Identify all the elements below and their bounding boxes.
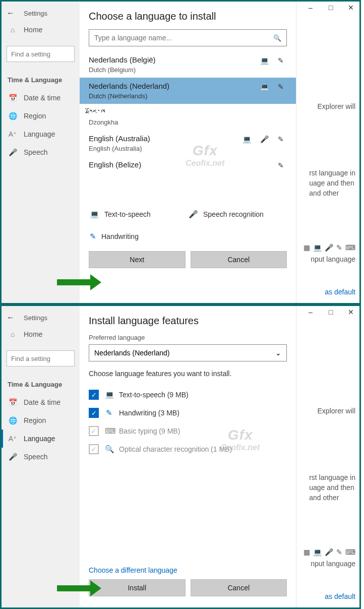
globe-icon: 🌐: [9, 112, 17, 120]
choose-features-text: Choose language features you want to ins…: [80, 370, 296, 386]
settings-title: Settings: [24, 314, 47, 322]
settings-title: Settings: [24, 10, 47, 17]
keyboard-icon: ⌨: [105, 427, 113, 436]
tts-icon: 💻: [105, 390, 113, 399]
mic-icon: 🎤: [9, 453, 17, 461]
handwriting-icon: ✎: [278, 83, 284, 91]
sidebar-label-home: Home: [24, 26, 42, 34]
preferred-language-dropdown[interactable]: Nederlands (Nederland) ⌄: [89, 344, 287, 361]
sidebar-label-region: Region: [24, 112, 46, 120]
bg-text-1: Explorer will: [318, 407, 355, 415]
feature-legend: 💻Text-to-speech 🎤Speech recognition ✎Han…: [80, 203, 296, 246]
maximize-button[interactable]: □: [326, 4, 335, 12]
sidebar-item-region[interactable]: 🌐 Region: [2, 411, 80, 430]
install-button[interactable]: Install: [89, 579, 186, 596]
handwriting-icon: ✎: [278, 135, 284, 143]
settings-sidebar: ← Settings ⌂ Home Time & Language 📅 Date…: [2, 306, 80, 607]
display-icon: 💻: [260, 56, 269, 65]
display-icon: 💻: [242, 135, 251, 143]
sidebar-label-language: Language: [24, 130, 55, 138]
cancel-button[interactable]: Cancel: [191, 251, 287, 268]
bg-text-1: Explorer will: [318, 102, 355, 110]
sidebar-category: Time & Language: [2, 374, 80, 393]
language-search[interactable]: 🔍: [89, 29, 287, 46]
feature-basic-typing: ✓ ⌨ Basic typing (9 MB): [80, 422, 296, 440]
choose-language-dialog: Choose a language to install 🔍 Nederland…: [80, 2, 296, 303]
bg-text-2: rst language in uage and then and other: [309, 472, 355, 503]
bg-text-2: rst language in uage and then and other: [309, 168, 355, 198]
language-row-selected[interactable]: Nederlands (Nederland) Dutch (Netherland…: [80, 78, 296, 104]
close-button[interactable]: ✕: [346, 308, 355, 316]
feature-tts[interactable]: ✓ 💻 Text-to-speech (9 MB): [80, 386, 296, 404]
language-row[interactable]: Nederlands (België) Dutch (Belgium) 💻✎: [80, 51, 296, 78]
search-icon: 🔍: [273, 34, 281, 42]
feature-ocr: ✓ 🔍 Optical character recognition (1 MB): [80, 440, 296, 458]
language-row[interactable]: རྫོང་ཁ Dzongkha: [80, 104, 296, 130]
minimize-button[interactable]: –: [306, 4, 315, 12]
settings-search[interactable]: [7, 350, 75, 367]
cancel-button[interactable]: Cancel: [191, 579, 287, 596]
main-area: – □ ✕ Explorer will rst language in uage…: [80, 306, 359, 607]
language-icon: A⁺: [9, 130, 17, 138]
settings-search-input[interactable]: [11, 355, 70, 362]
calendar-icon: 📅: [9, 94, 17, 102]
ocr-icon: 🔍: [105, 445, 113, 454]
tts-icon: 💻: [90, 210, 99, 219]
sidebar-item-language[interactable]: A⁺ Language: [2, 125, 80, 143]
sidebar-item-speech[interactable]: 🎤 Speech: [2, 143, 80, 161]
language-list[interactable]: Nederlands (België) Dutch (Belgium) 💻✎ N…: [80, 51, 296, 203]
sidebar-item-date[interactable]: 📅 Date & time: [2, 393, 80, 411]
arrow-annotation: [57, 580, 101, 596]
mic-icon: 🎤: [189, 210, 198, 219]
preferred-language-label: Preferred language: [80, 334, 296, 344]
minimize-button[interactable]: –: [306, 308, 315, 316]
home-icon: ⌂: [9, 26, 17, 34]
language-icon: A⁺: [9, 435, 17, 443]
mic-icon: 🎤: [260, 135, 269, 143]
bg-icons: ▦💻🎤✎⌨: [304, 243, 355, 252]
next-button[interactable]: Next: [89, 251, 186, 268]
install-features-dialog: Install language features Preferred lang…: [80, 306, 296, 607]
handwriting-icon: ✎: [278, 161, 284, 169]
sidebar-item-home[interactable]: ⌂ Home: [2, 21, 80, 39]
calendar-icon: 📅: [9, 398, 17, 406]
settings-search-input[interactable]: [11, 50, 70, 58]
sidebar-item-date[interactable]: 📅 Date & time: [2, 89, 80, 107]
sidebar-item-speech[interactable]: 🎤 Speech: [2, 448, 80, 466]
watermark: Gfx Ceofix.net: [221, 427, 260, 452]
chevron-down-icon: ⌄: [275, 349, 281, 357]
maximize-button[interactable]: □: [326, 308, 335, 316]
settings-search[interactable]: [7, 46, 75, 62]
sidebar-label-speech: Speech: [24, 148, 47, 156]
checkbox-disabled: ✓: [89, 426, 99, 436]
bg-link-default[interactable]: as default: [325, 592, 355, 600]
settings-sidebar: ← Settings ⌂ Home Time & Language 📅 Date…: [2, 2, 80, 303]
handwriting-icon: ✎: [90, 232, 96, 241]
back-arrow-icon[interactable]: ←: [7, 9, 15, 18]
dropdown-value: Nederlands (Nederland): [94, 349, 169, 357]
sidebar-label-date: Date & time: [24, 94, 60, 102]
bg-icons: ▦💻🎤✎⌨: [304, 548, 355, 556]
back-arrow-icon[interactable]: ←: [7, 313, 15, 322]
checkbox-checked[interactable]: ✓: [89, 390, 99, 400]
handwriting-icon: ✎: [105, 408, 113, 417]
dialog-title: Install language features: [80, 315, 296, 334]
bg-text-input: nput language: [311, 255, 355, 263]
close-button[interactable]: ✕: [346, 4, 355, 12]
feature-handwriting[interactable]: ✓ ✎ Handwriting (3 MB): [80, 404, 296, 422]
main-area: – □ ✕ Explorer will rst language in uage…: [80, 2, 359, 303]
globe-icon: 🌐: [9, 416, 17, 424]
sidebar-item-region[interactable]: 🌐 Region: [2, 107, 80, 125]
checkbox-checked[interactable]: ✓: [89, 408, 99, 418]
mic-icon: 🎤: [9, 148, 17, 156]
sidebar-category: Time & Language: [2, 69, 80, 89]
home-icon: ⌂: [9, 330, 17, 338]
arrow-annotation: [57, 274, 101, 290]
sidebar-item-home[interactable]: ⌂ Home: [2, 325, 80, 343]
language-search-input[interactable]: [94, 34, 273, 42]
choose-different-language-link[interactable]: Choose a different language: [80, 566, 296, 574]
bg-text-input: nput language: [311, 560, 355, 568]
sidebar-item-language[interactable]: A⁺ Language: [2, 430, 80, 448]
dialog-title: Choose a language to install: [80, 11, 296, 29]
bg-link-default[interactable]: as default: [325, 288, 355, 296]
